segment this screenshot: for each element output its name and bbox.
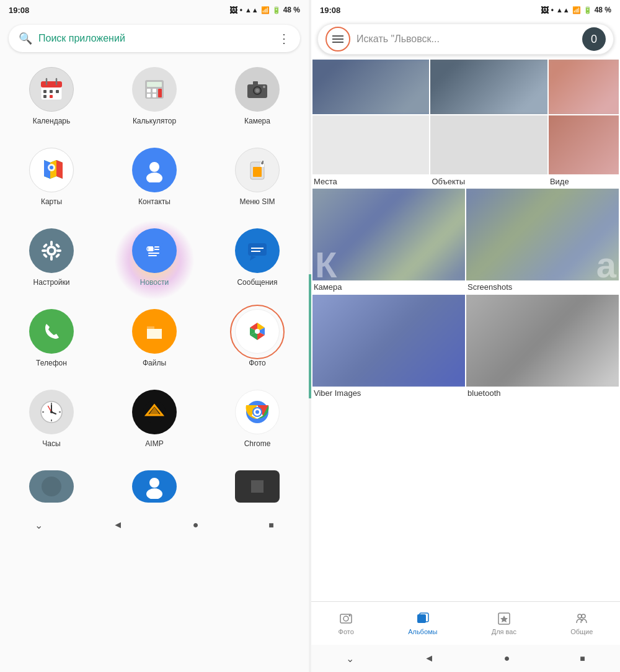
- svg-point-26: [146, 172, 162, 182]
- svg-point-53: [255, 329, 260, 334]
- camera-album-text-overlay: К: [315, 244, 337, 280]
- app-clock[interactable]: Часы: [24, 381, 79, 457]
- search-icon: 🔍: [19, 32, 32, 45]
- chrome-icon: [244, 398, 271, 426]
- battery-icon: 🔋: [272, 6, 281, 14]
- app-maps[interactable]: Карты: [24, 139, 79, 215]
- album-bluetooth[interactable]: bluetooth: [466, 295, 619, 400]
- svg-rect-41: [55, 253, 60, 258]
- calendar-label: Календарь: [33, 117, 71, 125]
- app-partial-3[interactable]: [230, 462, 285, 511]
- app-photos[interactable]: Фото: [230, 300, 285, 376]
- svg-point-73: [149, 478, 159, 488]
- photos-search-header[interactable]: Искать "Львовск... 0: [317, 24, 614, 55]
- phone-icon: [39, 319, 64, 344]
- app-messages[interactable]: Сообщения: [230, 220, 285, 295]
- svg-rect-49: [248, 243, 267, 256]
- clock-icon: [38, 399, 64, 425]
- app-contacts[interactable]: Контакты: [127, 139, 182, 215]
- news-icon: G≡: [142, 238, 167, 263]
- right-nav-back-icon[interactable]: ◄: [424, 653, 434, 664]
- camera-label: Камера: [244, 117, 270, 125]
- tab-photos[interactable]: Фото: [339, 611, 354, 635]
- tab-albums-icon: [415, 611, 430, 626]
- svg-point-86: [582, 614, 585, 618]
- search-bar-text: Поиск приложений: [38, 33, 272, 44]
- app-settings[interactable]: Настройки: [24, 220, 79, 295]
- app-phone[interactable]: Телефон: [24, 300, 79, 376]
- app-calculator[interactable]: Калькулятор: [127, 58, 182, 134]
- right-wifi-icon: 📶: [572, 6, 581, 14]
- app-aimp[interactable]: AIMP: [127, 381, 182, 457]
- svg-rect-15: [153, 94, 156, 97]
- app-sim[interactable]: Меню SIM: [230, 139, 285, 215]
- hamburger-icon: [332, 35, 343, 43]
- top-photo-2[interactable]: [430, 60, 547, 114]
- app-chrome[interactable]: Chrome: [230, 381, 285, 457]
- top-photo-3[interactable]: [549, 60, 619, 114]
- left-status-right: 🖼 • ▲▲ 📶 🔋 48 %: [229, 6, 300, 15]
- app-partial-2[interactable]: [127, 462, 182, 511]
- right-status-bar: 19:08 🖼 • ▲▲ 📶 🔋 48 %: [311, 0, 620, 20]
- battery-percent: 48 %: [283, 6, 300, 14]
- app-calendar[interactable]: Календарь: [24, 58, 79, 134]
- right-nav-home-icon[interactable]: ●: [504, 653, 510, 664]
- tab-shared[interactable]: Общие: [570, 611, 593, 635]
- svg-rect-47: [148, 255, 157, 256]
- tab-foryou[interactable]: Для вас: [492, 611, 516, 635]
- more-options-icon[interactable]: ⋮: [278, 31, 290, 46]
- top-photo-1[interactable]: [312, 60, 429, 114]
- svg-point-24: [50, 166, 53, 169]
- app-news[interactable]: G≡ Новости: [127, 220, 182, 295]
- app-search-bar[interactable]: 🔍 Поиск приложений ⋮: [9, 25, 300, 52]
- album-screenshots[interactable]: а Screenshots: [466, 189, 619, 293]
- album-camera[interactable]: К Камера: [312, 189, 465, 293]
- right-nav-recent-icon[interactable]: ■: [580, 653, 585, 663]
- svg-point-22: [263, 86, 265, 88]
- svg-point-74: [146, 488, 162, 499]
- nav-recent-icon[interactable]: ■: [268, 520, 273, 530]
- category-video[interactable]: Виде: [549, 115, 619, 187]
- app-camera[interactable]: Камера: [230, 58, 285, 134]
- tab-albums-label: Альбомы: [408, 628, 437, 635]
- app-files[interactable]: Файлы: [127, 300, 182, 376]
- aimp-icon: [141, 399, 167, 425]
- objects-label: Объекты: [430, 176, 547, 187]
- category-places[interactable]: Места: [312, 115, 429, 187]
- settings-icon: [39, 238, 64, 263]
- hamburger-menu-button[interactable]: [326, 27, 350, 52]
- svg-rect-52: [147, 329, 162, 339]
- svg-point-72: [42, 477, 61, 496]
- nav-back-icon[interactable]: ◄: [113, 519, 123, 531]
- svg-point-33: [49, 248, 54, 253]
- svg-rect-38: [43, 243, 48, 248]
- calendar-icon: [38, 76, 64, 102]
- nav-expand-icon[interactable]: ⌄: [35, 519, 43, 531]
- category-objects[interactable]: Объекты: [430, 115, 547, 187]
- user-avatar[interactable]: 0: [582, 27, 606, 51]
- right-nav-expand-icon[interactable]: ⌄: [346, 653, 354, 665]
- svg-rect-12: [153, 89, 156, 92]
- sim-icon: [244, 157, 270, 183]
- svg-point-25: [149, 162, 159, 172]
- svg-rect-34: [50, 241, 53, 246]
- album-viber[interactable]: Viber Images: [312, 295, 465, 400]
- partial-app-icon-3: [248, 477, 267, 496]
- right-time: 19:08: [320, 6, 340, 15]
- aimp-label: AIMP: [145, 439, 163, 448]
- right-system-nav: ⌄ ◄ ● ■: [311, 645, 620, 672]
- screenshots-album-text-overlay: а: [596, 244, 616, 280]
- svg-rect-8: [50, 95, 53, 98]
- nav-home-icon[interactable]: ●: [193, 519, 199, 531]
- places-label: Места: [312, 176, 429, 187]
- svg-point-80: [343, 616, 348, 621]
- album-screenshots-label: Screenshots: [466, 280, 619, 293]
- svg-rect-16: [158, 89, 162, 97]
- messages-icon: [245, 238, 270, 263]
- contacts-icon: [142, 158, 167, 182]
- svg-rect-36: [42, 249, 46, 252]
- chrome-label: Chrome: [244, 439, 271, 448]
- app-partial-1[interactable]: [24, 462, 79, 511]
- tab-albums[interactable]: Альбомы: [408, 611, 437, 635]
- right-signal-icon: ▲▲: [556, 6, 570, 14]
